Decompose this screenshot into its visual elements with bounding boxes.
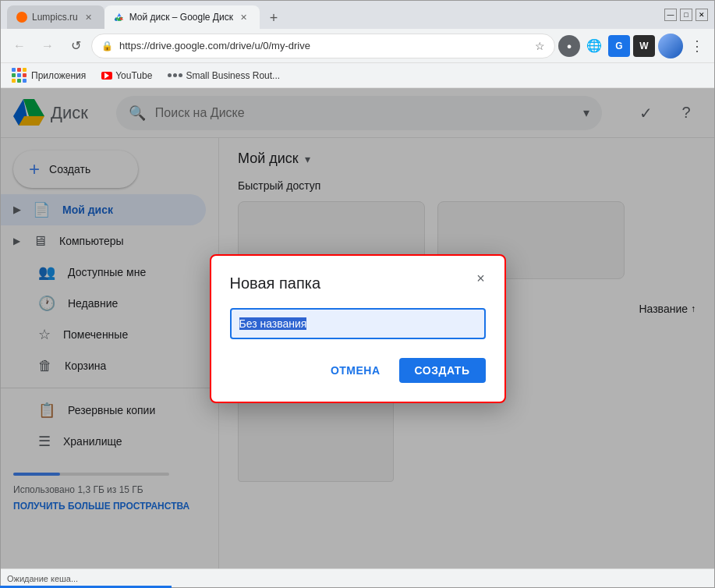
menu-icon[interactable]: ⋮ bbox=[686, 35, 708, 57]
back-button[interactable]: ← bbox=[7, 34, 32, 58]
nav-extras: ● 🌐 G W ⋮ bbox=[558, 34, 708, 58]
forward-button[interactable]: → bbox=[35, 34, 60, 58]
bookmarks-apps[interactable]: Приложения bbox=[7, 66, 90, 84]
bookmarks-bar: Приложения YouTube Small Business Rout..… bbox=[1, 63, 714, 88]
youtube-label: YouTube bbox=[115, 70, 152, 81]
gdrive-favicon bbox=[114, 12, 125, 23]
title-bar: Lumpics.ru ✕ bbox=[1, 1, 714, 29]
lock-icon: 🔒 bbox=[101, 41, 113, 51]
extension-icon2[interactable]: G bbox=[608, 35, 630, 57]
tab-gdrive-title: Мой диск – Google Диск bbox=[129, 12, 233, 23]
tab-lumpics-title: Lumpics.ru bbox=[32, 12, 78, 23]
apps-grid-icon bbox=[12, 68, 27, 83]
address-text: https://drive.google.com/drive/u/0/my-dr… bbox=[119, 40, 529, 51]
folder-name-input[interactable] bbox=[230, 308, 486, 339]
modal-overlay: Новая папка × ОТМЕНА СОЗДАТЬ bbox=[1, 88, 714, 569]
tab-group: Lumpics.ru ✕ bbox=[7, 1, 664, 29]
window-controls: — □ ✕ bbox=[664, 9, 708, 21]
extension-icon1[interactable]: 🌐 bbox=[583, 35, 605, 57]
youtube-play-icon bbox=[104, 73, 109, 79]
status-text: Ожидание кеша... bbox=[7, 574, 78, 583]
user-avatar[interactable] bbox=[658, 34, 683, 58]
dialog-close-button[interactable]: × bbox=[470, 268, 492, 290]
minimize-button[interactable]: — bbox=[664, 9, 677, 21]
bookmark-small-biz[interactable]: Small Business Rout... bbox=[163, 69, 285, 83]
tab-gdrive[interactable]: Мой диск – Google Диск ✕ bbox=[104, 5, 260, 29]
small-biz-dots-icon bbox=[168, 73, 182, 77]
reload-button[interactable]: ↺ bbox=[63, 34, 88, 58]
small-biz-label: Small Business Rout... bbox=[186, 70, 280, 81]
lumpics-favicon bbox=[16, 12, 27, 23]
maximize-button[interactable]: □ bbox=[680, 9, 692, 21]
dialog-title: Новая папка bbox=[230, 275, 486, 292]
apps-label: Приложения bbox=[31, 70, 86, 81]
cancel-button[interactable]: ОТМЕНА bbox=[318, 358, 393, 383]
tab-lumpics[interactable]: Lumpics.ru ✕ bbox=[7, 5, 104, 29]
browser-frame: Lumpics.ru ✕ bbox=[0, 0, 715, 588]
new-tab-button[interactable]: + bbox=[263, 7, 285, 29]
status-bar: Ожидание кеша... bbox=[1, 569, 714, 587]
address-bar[interactable]: 🔒 https://drive.google.com/drive/u/0/my-… bbox=[91, 34, 555, 58]
tab-gdrive-close[interactable]: ✕ bbox=[238, 11, 250, 23]
profile-icon[interactable]: ● bbox=[558, 35, 580, 57]
close-button[interactable]: ✕ bbox=[696, 9, 708, 21]
extension-icon3[interactable]: W bbox=[633, 35, 655, 57]
nav-bar: ← → ↺ 🔒 https://drive.google.com/drive/u… bbox=[1, 29, 714, 63]
new-folder-dialog: Новая папка × ОТМЕНА СОЗДАТЬ bbox=[210, 254, 506, 403]
create-button-dialog[interactable]: СОЗДАТЬ bbox=[399, 358, 486, 383]
bookmark-youtube[interactable]: YouTube bbox=[97, 69, 157, 83]
bookmark-star-icon[interactable]: ☆ bbox=[535, 40, 545, 52]
dialog-actions: ОТМЕНА СОЗДАТЬ bbox=[230, 358, 486, 383]
main-content: Диск 🔍 ▾ ✓ ? + Создать bbox=[1, 88, 714, 569]
tab-lumpics-close[interactable]: ✕ bbox=[83, 11, 95, 23]
youtube-icon bbox=[101, 72, 112, 80]
